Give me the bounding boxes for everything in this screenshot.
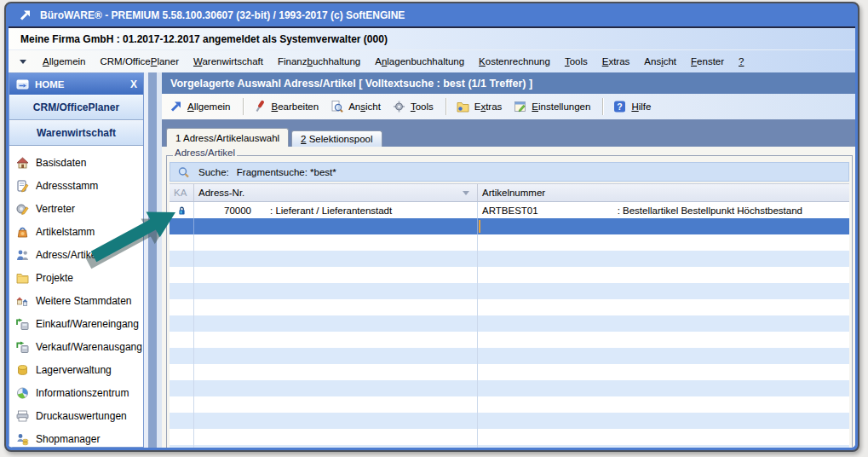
- table-row-selected[interactable]: [170, 218, 849, 234]
- column-header-artikelnummer[interactable]: Artikelnummer: [478, 184, 849, 201]
- globe-chart-icon: [15, 386, 30, 400]
- empty-cell: [170, 315, 194, 332]
- menu-item-ansicht[interactable]: Ansicht: [644, 56, 676, 67]
- agent-pencil-icon: [15, 202, 30, 216]
- toolbar-ansicht-button[interactable]: Ansicht: [330, 100, 381, 113]
- table-row-empty[interactable]: [170, 413, 849, 429]
- menu-item-tools[interactable]: Tools: [565, 56, 588, 67]
- table-header: KA Adress-Nr. Artikelnummer: [170, 183, 849, 202]
- empty-cell: [170, 348, 194, 364]
- sidebar-item-basisdaten[interactable]: Basisdaten: [9, 151, 143, 174]
- toolbar-tools-button[interactable]: Tools: [392, 100, 434, 113]
- menu-chevron-down-icon[interactable]: [20, 60, 26, 64]
- empty-cell: [194, 267, 478, 283]
- empty-cell: [478, 445, 849, 448]
- table-row-empty[interactable]: [170, 332, 849, 348]
- toolbar-allgemein-button[interactable]: Allgemein: [169, 100, 231, 113]
- empty-cell: [478, 396, 849, 413]
- tab-adress-artikelauswahl[interactable]: 1 Adress/Artikelauswahl: [166, 128, 289, 147]
- empty-cell: [194, 283, 478, 299]
- tab-label: 1 Adress/Artikelauswahl: [175, 133, 279, 143]
- sidebar-item-weitere-stammdaten[interactable]: Weitere Stammdaten: [9, 289, 143, 312]
- sidebar-item-artikelstamm[interactable]: Artikelstamm: [9, 220, 143, 243]
- toolbar-ansicht-label: Ansicht: [348, 101, 381, 112]
- empty-cell: [478, 251, 849, 267]
- table-row-empty[interactable]: [170, 380, 849, 396]
- sidebar-item-label: Adress/Artikel: [36, 249, 99, 261]
- menu-item-crm-officeplaner[interactable]: CRM/OfficePlaner: [101, 56, 179, 67]
- main-panel: Vorgelagerte Auswahl Adress/Artikel [ Vo…: [162, 72, 855, 448]
- toolbar-bearbeiten-button[interactable]: Bearbeiten: [253, 100, 319, 113]
- tab-selektionspool[interactable]: 2 Selektionspool: [291, 130, 382, 147]
- toolbar-tab-divider: [162, 119, 855, 126]
- table-row-empty[interactable]: [170, 267, 849, 283]
- sidebar-item-informationszentrum[interactable]: Informationszentrum: [9, 381, 143, 404]
- empty-cell: [194, 299, 478, 315]
- sidebar-item-druckauswertungen[interactable]: Druckauswertungen: [9, 404, 143, 427]
- sidebar-nav-warenwirtschaft[interactable]: Warenwirtschaft: [9, 120, 143, 146]
- folder-plus-icon: [456, 100, 470, 113]
- menu-item-anlagenbuchhaltung[interactable]: Anlagenbuchhaltung: [375, 56, 464, 67]
- table-row-empty[interactable]: [170, 299, 849, 315]
- sidebar-item-verkauf-warenausgang[interactable]: Verkauf/Warenausgang: [9, 335, 143, 358]
- empty-cell: [194, 380, 478, 396]
- people-icon: [15, 248, 30, 262]
- empty-cell: [478, 380, 849, 396]
- table-row-empty[interactable]: [170, 251, 849, 267]
- table-body: 70000 : Lieferant / Lieferantenstadt ART…: [170, 202, 849, 448]
- empty-cell: [478, 234, 849, 251]
- sidebar-title: HOME: [35, 79, 65, 90]
- menu-item-extras[interactable]: Extras: [602, 56, 630, 67]
- sidebar-item-einkauf-wareneingang[interactable]: Einkauf/Wareneingang: [9, 312, 143, 335]
- titlebar: BüroWARE® - PREMIUM 5.58.100.30607 (32-b…: [9, 3, 855, 26]
- sidebar-close-icon[interactable]: X: [130, 78, 137, 90]
- outbox-arrow-icon: [15, 340, 30, 354]
- table-row-empty[interactable]: [170, 234, 849, 251]
- toolbar-separator: [602, 98, 603, 115]
- table-row-empty[interactable]: [170, 396, 849, 413]
- sidebar-item-label: Lagerverwaltung: [36, 364, 112, 376]
- sidebar-splitter[interactable]: [144, 72, 162, 448]
- table-row-empty[interactable]: [170, 364, 849, 380]
- empty-cell: [478, 267, 849, 283]
- table-row-empty[interactable]: [170, 348, 849, 364]
- sidebar-item-projekte[interactable]: Projekte: [9, 266, 143, 289]
- table-row-empty[interactable]: [170, 315, 849, 332]
- magnifier-document-icon: [330, 100, 344, 113]
- toolbar-hilfe-button[interactable]: ? Hilfe: [612, 100, 651, 113]
- table-row-empty[interactable]: [170, 283, 849, 299]
- sidebar-item-adressstamm[interactable]: Adressstamm: [9, 174, 143, 197]
- menu-item-fenster[interactable]: Fenster: [691, 56, 724, 67]
- menu-item-kostenrechnung[interactable]: Kostenrechnung: [479, 56, 550, 67]
- column-header-adress-nr[interactable]: Adress-Nr.: [194, 184, 478, 201]
- empty-cell: [170, 299, 194, 315]
- menu-item-allgemein[interactable]: Allgemein: [43, 56, 86, 67]
- sidebar-nav-crm-officeplaner[interactable]: CRM/OfficePlaner: [9, 95, 143, 120]
- empty-cell: [170, 429, 194, 445]
- sidebar-item-label: Vertreter: [36, 203, 75, 215]
- sidebar-item-lagerverwaltung[interactable]: Lagerverwaltung: [9, 358, 143, 381]
- sidebar-item-adress-artikel[interactable]: Adress/Artikel: [9, 243, 143, 266]
- column-header-label: Artikelnummer: [482, 188, 545, 198]
- toolbar-einstellungen-button[interactable]: Einstellungen: [513, 100, 590, 113]
- tab-content: Adress/Artikel Suche: Fragmentsuche: *be…: [162, 147, 855, 448]
- search-icon: [176, 165, 191, 179]
- menu-item-warenwirtschaft[interactable]: Warenwirtschaft: [193, 56, 263, 67]
- sidebar-item-vertreter[interactable]: Vertreter: [9, 197, 143, 220]
- empty-cell: [478, 364, 849, 380]
- column-header-ka[interactable]: KA: [170, 184, 194, 201]
- empty-cell: [194, 348, 478, 364]
- sidebar-item-shopmanager[interactable]: Shopmanager: [9, 427, 143, 447]
- menu-item-hilfe-fragezeichen[interactable]: ?: [739, 56, 744, 67]
- table-row-empty[interactable]: [170, 445, 849, 448]
- table-row-empty[interactable]: [170, 429, 849, 445]
- toolbar-extras-label: Extras: [474, 101, 503, 112]
- empty-cell: [478, 283, 849, 299]
- menu-item-finanzbuchhaltung[interactable]: Finanzbuchhaltung: [278, 56, 360, 67]
- toolbar-extras-button[interactable]: Extras: [456, 100, 503, 113]
- table-row-result[interactable]: 70000 : Lieferant / Lieferantenstadt ART…: [170, 202, 849, 218]
- search-bar[interactable]: Suche: Fragmentsuche: *best*: [170, 162, 849, 182]
- printer-icon: [15, 409, 30, 423]
- panel-title-text: Vorgelagerte Auswahl Adress/Artikel [ Vo…: [170, 78, 532, 90]
- empty-cell: [170, 380, 194, 396]
